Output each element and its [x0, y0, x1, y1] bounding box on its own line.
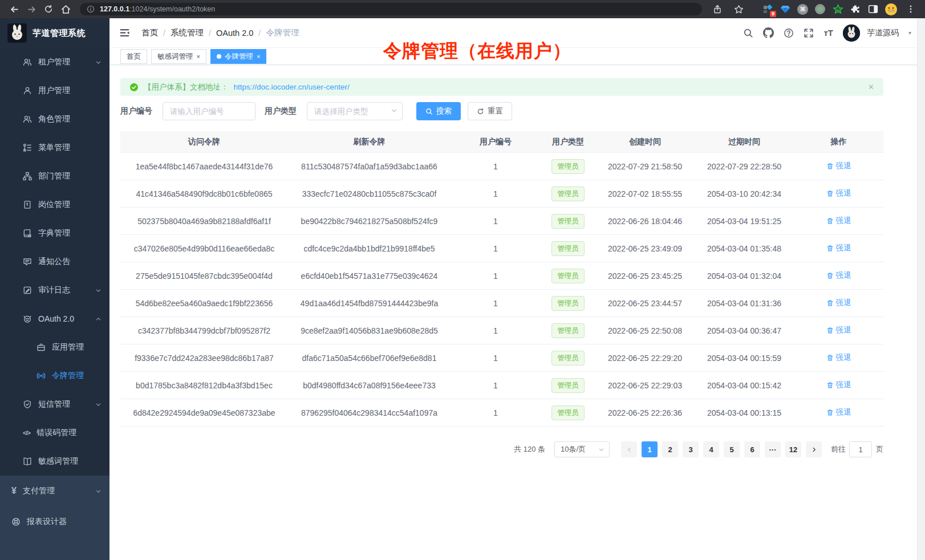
annotation-text: 令牌管理（在线用户） [383, 39, 571, 64]
alert-close-icon[interactable]: ✕ [868, 83, 874, 91]
sidebar-item-role[interactable]: 角色管理 [0, 105, 109, 133]
close-tab-icon[interactable]: × [197, 53, 200, 60]
user-menu-caret-icon[interactable]: ▾ [908, 30, 911, 36]
extension-command-icon[interactable]: ⌘ [797, 4, 808, 15]
more-pages-button[interactable]: ··· [765, 441, 781, 457]
refresh-token-cell: 8796295f04064c2983414cc54af1097a [288, 408, 451, 417]
force-logout-button[interactable]: 强退 [826, 380, 851, 390]
force-logout-button[interactable]: 强退 [826, 216, 851, 226]
access-token-cell: 1ea5e44f8bc1467aaede43144f31de76 [120, 162, 288, 171]
sidebar-item-sms[interactable]: 短信管理 [0, 390, 109, 419]
prev-page-button[interactable] [621, 441, 637, 457]
extension-record-icon[interactable] [814, 3, 826, 15]
close-tab-icon[interactable]: × [257, 53, 260, 60]
sidebar-item-post[interactable]: 岗位管理 [0, 190, 109, 219]
user-type-tag: 管理员 [551, 159, 585, 174]
sidebar-item-menu[interactable]: 菜单管理 [0, 133, 109, 162]
page-button[interactable]: 5 [724, 441, 740, 457]
force-logout-button[interactable]: 强退 [826, 352, 851, 363]
sidebar-item-sensitiveword[interactable]: 敏感词管理 [0, 447, 109, 476]
announcement-icon [23, 257, 32, 266]
filter-form: 用户编号 用户类型 搜索 重置 [120, 102, 883, 120]
help-icon[interactable] [784, 28, 794, 38]
sidebar-item-report[interactable]: 报表设计器 [0, 506, 109, 537]
goto-page-input[interactable] [849, 441, 872, 457]
sidebar-item-notice[interactable]: 通知公告 [0, 247, 109, 276]
sidebar-item-oauth-app[interactable]: 应用管理 [0, 333, 109, 362]
sidebar-item-audit[interactable]: 审计日志 [0, 276, 109, 305]
page-unit-label: 页 [876, 444, 883, 455]
search-button[interactable]: 搜索 [416, 102, 461, 120]
breadcrumb-oauth[interactable]: OAuth 2.0 [216, 29, 253, 38]
force-logout-button[interactable]: 强退 [826, 188, 851, 198]
user-id-cell: 1 [451, 162, 541, 171]
browser-back-icon[interactable] [7, 2, 22, 17]
tab-token[interactable]: 令牌管理 × [210, 49, 266, 64]
force-logout-button[interactable]: 强退 [826, 407, 851, 417]
user-type-select[interactable] [307, 102, 403, 120]
expire-time-cell: 2022-07-29 22:28:50 [695, 162, 794, 171]
force-logout-button[interactable]: 强退 [826, 325, 851, 335]
fullscreen-icon[interactable] [804, 28, 814, 38]
page-button[interactable]: 12 [785, 441, 801, 457]
breadcrumb-system[interactable]: 系统管理 [171, 27, 204, 38]
extensions-puzzle-icon[interactable] [850, 3, 861, 15]
sidebar-item-tenant[interactable]: 租户管理 [0, 48, 109, 76]
sidebar-collapse-icon[interactable] [119, 27, 130, 38]
search-icon[interactable] [743, 28, 753, 38]
address-bar[interactable]: 127.0.0.1:1024/system/oauth2/token [80, 3, 702, 15]
user-type-tag: 管理员 [551, 186, 585, 201]
user-type-tag: 管理员 [551, 214, 585, 229]
app-title: 芋道管理系统 [33, 28, 86, 39]
page-button[interactable]: 3 [683, 441, 699, 457]
tab-sensitive-word[interactable]: 敏感词管理 × [151, 49, 206, 64]
report-designer-icon [11, 517, 21, 526]
browser-forward-icon[interactable] [24, 2, 39, 17]
sidebar-item-errorcode[interactable]: </> 错误码管理 [0, 419, 109, 447]
user-name[interactable]: 芋道源码 [867, 28, 899, 38]
user-avatar[interactable] [843, 25, 860, 42]
breadcrumb-home[interactable]: 首页 [141, 27, 158, 38]
bookmark-star-icon[interactable] [731, 2, 746, 17]
browser-menu-kebab-icon[interactable] [903, 2, 918, 17]
extension-tabs-icon[interactable]: 9 [762, 3, 773, 15]
breadcrumb-current: 令牌管理 [266, 27, 299, 38]
force-logout-button[interactable]: 强退 [826, 243, 851, 253]
share-icon[interactable] [710, 2, 725, 17]
sidebar-item-dict[interactable]: 字典管理 [0, 219, 109, 247]
extension-star-icon[interactable] [832, 3, 843, 15]
sidebar-item-oauth[interactable]: OAuth 2.0 [0, 305, 109, 333]
page-size-select[interactable]: 10条/页 [554, 441, 610, 457]
side-panel-icon[interactable] [867, 3, 879, 15]
force-logout-button[interactable]: 强退 [826, 161, 851, 171]
doc-link[interactable]: https://doc.iocoder.cn/user-center/ [234, 83, 350, 91]
profile-avatar-icon[interactable] [885, 3, 897, 15]
font-size-icon[interactable]: ᴛT [823, 28, 833, 38]
page-button[interactable]: 1 [642, 441, 658, 457]
chevron-down-icon [598, 447, 605, 453]
browser-home-icon[interactable] [58, 2, 73, 17]
page-button[interactable]: 2 [662, 441, 678, 457]
reset-button[interactable]: 重置 [468, 102, 512, 120]
sidebar-item-user[interactable]: 用户管理 [0, 76, 109, 105]
chevron-down-icon [95, 287, 102, 294]
site-info-icon[interactable] [87, 5, 95, 13]
sidebar-item-dept[interactable]: 部门管理 [0, 162, 109, 190]
create-time-cell: 2022-06-25 22:50:08 [595, 326, 695, 335]
page-button[interactable]: 6 [744, 441, 760, 457]
force-logout-button[interactable]: 强退 [826, 298, 851, 308]
table-row: b0d1785bc3a8482f812db4a3f3bd15ec b0df498… [120, 372, 883, 399]
sidebar-item-pay[interactable]: ¥ 支付管理 [0, 476, 109, 506]
user-id-input[interactable] [163, 102, 255, 120]
github-icon[interactable] [763, 27, 774, 38]
next-page-button[interactable] [806, 441, 822, 457]
page-scrollbar[interactable] [917, 18, 925, 560]
user-type-tag: 管理员 [551, 378, 585, 393]
tab-home[interactable]: 首页 [120, 49, 147, 64]
extension-gem-icon[interactable] [780, 3, 791, 15]
page-button[interactable]: 4 [703, 441, 719, 457]
force-logout-button[interactable]: 强退 [826, 270, 851, 281]
browser-reload-icon[interactable] [41, 2, 56, 17]
sidebar-item-oauth-token[interactable]: 令牌管理 [0, 362, 109, 390]
doc-alert: 【用户体系】文档地址： https://doc.iocoder.cn/user-… [120, 78, 883, 96]
